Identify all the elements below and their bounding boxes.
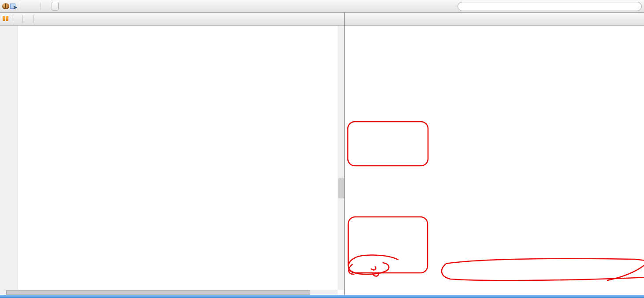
horizontal-scrollbar-thumb[interactable] xyxy=(6,290,310,295)
scroll-up-arrow[interactable] xyxy=(338,26,344,31)
toolbar-separator xyxy=(41,2,41,10)
side-panel-tabbar xyxy=(345,13,644,26)
toolbar-separator xyxy=(12,15,12,23)
vertical-scrollbar[interactable] xyxy=(338,26,344,290)
script-source-panel[interactable] xyxy=(0,26,338,290)
toolbar-separator xyxy=(22,15,23,23)
panel-list-dropdown-icon[interactable] xyxy=(52,2,59,11)
inspect-element-icon[interactable]: ➤ xyxy=(10,2,18,10)
script-toolbar xyxy=(0,13,344,26)
panel-splitter[interactable] xyxy=(344,13,345,298)
search-input[interactable] xyxy=(464,4,638,10)
vertical-scrollbar-thumb[interactable] xyxy=(339,179,344,198)
watch-panel[interactable] xyxy=(345,26,644,295)
bottom-chrome-strip xyxy=(0,295,644,298)
panel-list-icon[interactable] xyxy=(43,2,51,10)
forward-icon[interactable] xyxy=(30,2,38,10)
back-icon[interactable] xyxy=(22,2,30,10)
break-on-next-icon[interactable] xyxy=(2,15,10,23)
firebug-logo-icon[interactable] xyxy=(2,2,10,10)
toolbar-separator xyxy=(20,2,20,10)
search-box[interactable] xyxy=(458,2,642,11)
scroll-down-arrow[interactable] xyxy=(338,284,344,290)
line-number-gutter[interactable] xyxy=(0,26,18,290)
firebug-window: ➤ xyxy=(0,0,644,298)
toolbar-separator xyxy=(33,15,34,23)
main-toolbar: ➤ xyxy=(0,0,644,13)
